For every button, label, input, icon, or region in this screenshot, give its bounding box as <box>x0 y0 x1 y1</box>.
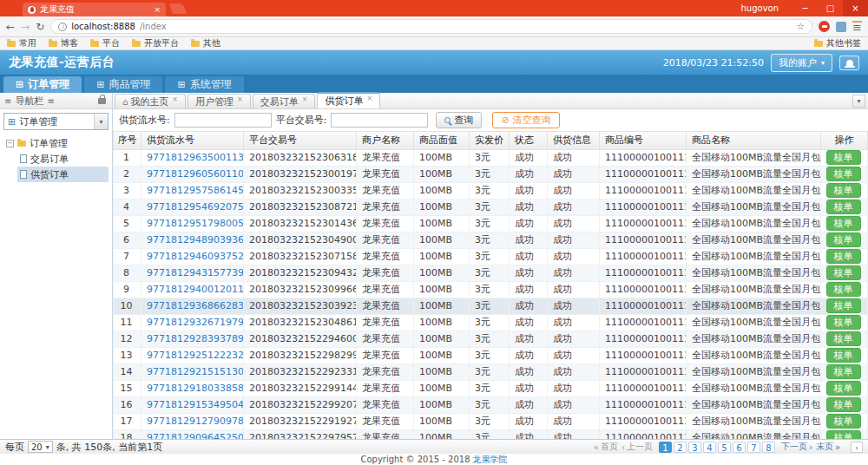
supply-no-link-text[interactable]: 977181290964525058 <box>147 432 244 439</box>
supply-no-link[interactable]: 977181291534950401 <box>141 396 244 413</box>
module-tab[interactable]: ⊞商品管理 <box>84 76 162 93</box>
tab-close-icon[interactable]: × <box>237 95 243 103</box>
back-icon[interactable]: ← <box>6 21 15 33</box>
module-tab[interactable]: ⊞系统管理 <box>165 76 243 93</box>
page-info-icon[interactable]: i <box>58 23 67 31</box>
verify-order-button[interactable]: 核单 <box>826 200 861 214</box>
bookmark-item[interactable]: 平台 <box>90 37 120 49</box>
supply-no-link-text[interactable]: 977181294001201153 <box>147 284 244 295</box>
supply-no-link-text[interactable]: 977181294890393602 <box>147 234 244 246</box>
supply-no-link-text[interactable]: 977181292512223233 <box>147 350 244 361</box>
bookmark-item[interactable]: 开放平台 <box>132 37 179 49</box>
verify-order-button[interactable]: 核单 <box>826 150 861 165</box>
per-page-select[interactable]: 20 ▾ <box>28 441 53 453</box>
supply-no-input[interactable] <box>174 113 272 128</box>
verify-order-button[interactable]: 核单 <box>826 315 861 330</box>
new-tab-button[interactable] <box>169 3 187 14</box>
bookmark-item[interactable]: 博客 <box>49 37 78 49</box>
adblock-extension-icon[interactable] <box>819 21 830 32</box>
other-bookmarks[interactable]: 其他书签 <box>814 37 861 49</box>
verify-order-button[interactable]: 核单 <box>826 265 861 280</box>
content-tab[interactable]: 交易订单× <box>253 94 316 108</box>
supply-no-link-text[interactable]: 977181291534950401 <box>147 399 244 410</box>
tree-item[interactable]: 交易订单 <box>17 151 108 167</box>
verify-order-button[interactable]: 核单 <box>826 232 861 247</box>
page-number-button[interactable]: 7 <box>747 442 760 453</box>
supply-no-link[interactable]: 977181293686628354 <box>141 298 244 314</box>
verify-order-button[interactable]: 核单 <box>826 216 861 231</box>
bookmark-item[interactable]: 常用 <box>7 37 36 49</box>
tab-close-icon[interactable]: × <box>302 95 308 103</box>
supply-no-link-text[interactable]: 977181294315773954 <box>147 267 244 278</box>
clear-query-button[interactable]: ⊘ 清空查询 <box>492 112 559 128</box>
supply-no-link-text[interactable]: 977181295469207554 <box>147 201 244 213</box>
supply-no-link-text[interactable]: 977181293686628354 <box>147 300 244 311</box>
refresh-icon[interactable]: ↻ <box>36 21 44 33</box>
verify-order-button[interactable]: 核单 <box>826 183 861 198</box>
verify-order-button[interactable]: 核单 <box>826 397 861 412</box>
bookmark-item[interactable]: 其他 <box>191 37 220 49</box>
supply-no-link-text[interactable]: 977181296056011014 <box>147 168 244 180</box>
bookmark-star-icon[interactable]: ☆ <box>796 21 805 32</box>
next-page-button[interactable]: 下一页 › <box>781 441 812 453</box>
page-number-button[interactable]: 3 <box>688 442 701 453</box>
tree-root[interactable]: − 订单管理 <box>3 135 108 151</box>
tab-overflow-chevron-icon[interactable]: ▾ <box>852 95 865 108</box>
supply-no-link[interactable]: 977181295469207554 <box>141 199 244 215</box>
tab-close-icon[interactable]: × <box>366 95 372 102</box>
content-tab[interactable]: ⌂我的主页× <box>115 94 186 108</box>
content-tab[interactable]: 用户管理× <box>187 94 251 108</box>
page-number-button[interactable]: 8 <box>762 442 775 453</box>
supply-no-link-text[interactable]: 977181292151513089 <box>147 366 244 377</box>
supply-no-link[interactable]: 977181295179800578 <box>141 215 244 232</box>
supply-no-link[interactable]: 977181294609375233 <box>141 248 244 265</box>
scroll-right-icon[interactable]: › <box>851 442 863 453</box>
page-number-button[interactable]: 5 <box>718 442 731 453</box>
supply-no-link[interactable]: 977181292839378945 <box>141 331 244 347</box>
supply-no-link-text[interactable]: 977181294609375233 <box>147 251 244 262</box>
module-tab[interactable]: ⊞订单管理 <box>3 76 82 93</box>
tab-close-icon[interactable]: × <box>154 5 161 14</box>
module-select[interactable]: ⊞ 订单管理 ▾ <box>3 113 108 130</box>
notifications-button[interactable] <box>839 56 859 70</box>
verify-order-button[interactable]: 核单 <box>826 414 861 429</box>
supply-no-link[interactable]: 977181290964525058 <box>141 429 244 439</box>
page-number-button[interactable]: 2 <box>674 442 687 453</box>
content-tab[interactable]: 供货订单× <box>317 92 380 108</box>
supply-no-link-text[interactable]: 977181296350011393 <box>147 152 244 163</box>
supply-no-link[interactable]: 977181294890393602 <box>141 232 244 248</box>
tree-item[interactable]: 供货订单 <box>17 167 108 182</box>
last-page-button[interactable]: 末页 » <box>816 441 840 453</box>
supply-no-link[interactable]: 977181294315773954 <box>141 265 244 281</box>
supply-no-link[interactable]: 977181296350011393 <box>141 149 244 166</box>
supply-no-link[interactable]: 977181293267197954 <box>141 314 244 331</box>
verify-order-button[interactable]: 核单 <box>826 381 861 396</box>
supply-no-link[interactable]: 977181291279097858 <box>141 413 244 429</box>
minimize-button[interactable]: ─ <box>792 0 818 16</box>
browser-profile-name[interactable]: hugovon <box>740 3 779 13</box>
supply-no-link[interactable]: 977181291803385857 <box>141 380 244 396</box>
supply-no-link-text[interactable]: 977181291279097858 <box>147 416 244 427</box>
trade-no-input[interactable] <box>331 113 428 128</box>
browser-menu-icon[interactable]: ≡ <box>852 21 862 32</box>
tab-close-icon[interactable]: × <box>172 95 178 103</box>
verify-order-button[interactable]: 核单 <box>826 348 861 363</box>
verify-order-button[interactable]: 核单 <box>826 249 861 264</box>
query-button[interactable]: 查询 <box>436 112 482 128</box>
verify-order-button[interactable]: 核单 <box>826 430 861 439</box>
extension-icon[interactable] <box>836 22 846 32</box>
maximize-button[interactable]: □ <box>818 0 843 16</box>
supply-no-link[interactable]: 977181292512223233 <box>141 347 244 363</box>
prev-page-button[interactable]: ‹ 上一页 <box>621 441 653 453</box>
close-button[interactable]: × <box>843 0 868 16</box>
page-number-button[interactable]: 1 <box>659 442 672 453</box>
browser-tab[interactable]: 龙果充值 × <box>23 3 166 16</box>
supply-no-link[interactable]: 977181292151513089 <box>141 363 244 380</box>
supply-no-link-text[interactable]: 977181293267197954 <box>147 317 244 328</box>
verify-order-button[interactable]: 核单 <box>826 167 861 181</box>
lock-icon[interactable] <box>98 98 106 104</box>
account-menu-button[interactable]: 我的账户 ▾ <box>771 54 832 72</box>
page-number-button[interactable]: 4 <box>703 442 716 453</box>
page-number-button[interactable]: 6 <box>733 442 746 453</box>
supply-no-link[interactable]: 977181296056011014 <box>141 166 244 182</box>
